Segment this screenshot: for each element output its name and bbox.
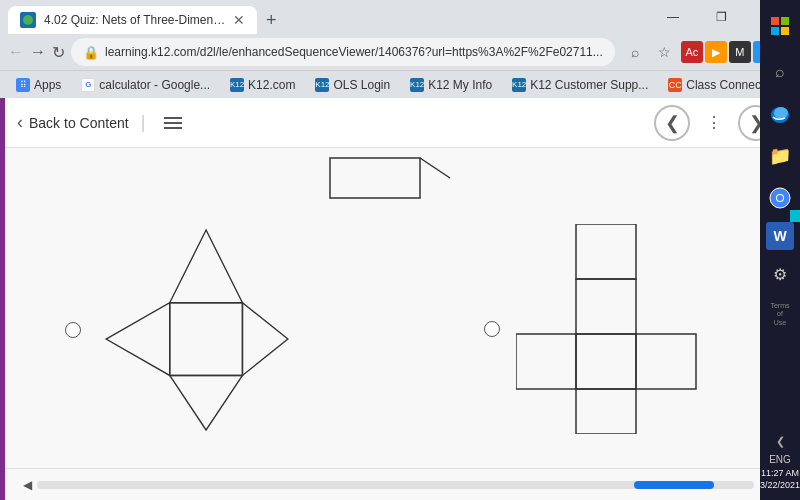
taskbar-edge-icon[interactable] bbox=[762, 96, 798, 132]
bookmark-star-icon[interactable]: ☆ bbox=[651, 38, 679, 66]
apps-favicon: ⠿ bbox=[16, 78, 30, 92]
classconn-label: Class Connect bbox=[686, 78, 764, 92]
main-area: ‹ Back to Content | ❮ ⋮ ❯ bbox=[5, 98, 786, 500]
acrobat-extension-icon[interactable]: Ac bbox=[681, 41, 703, 63]
back-arrow-icon: ‹ bbox=[17, 112, 23, 133]
ols-label: OLS Login bbox=[333, 78, 390, 92]
ext-icon-3[interactable]: M bbox=[729, 41, 751, 63]
hamburger-menu-button[interactable] bbox=[157, 107, 189, 139]
svg-line-5 bbox=[420, 158, 450, 178]
calculator-label: calculator - Google... bbox=[99, 78, 210, 92]
back-nav-button[interactable]: ← bbox=[8, 38, 24, 66]
page-content: ‹ Back to Content | ❮ ⋮ ❯ bbox=[0, 98, 800, 500]
svg-rect-20 bbox=[781, 27, 789, 35]
bookmark-classconnect[interactable]: CC Class Connect bbox=[660, 76, 772, 94]
taskbar-time: 11:27 AM 3/22/2021 bbox=[760, 467, 800, 492]
nav-divider: | bbox=[141, 112, 146, 133]
shape-svg-1 bbox=[97, 220, 297, 440]
svg-point-25 bbox=[777, 195, 783, 201]
svg-marker-7 bbox=[170, 230, 243, 303]
address-bar: ← → ↻ 🔒 learning.k12.com/d2l/le/enhanced… bbox=[0, 34, 800, 70]
new-tab-button[interactable]: + bbox=[257, 6, 285, 34]
horizontal-scrollbar[interactable] bbox=[37, 481, 754, 489]
prev-page-button[interactable]: ❮ bbox=[654, 105, 690, 141]
tab-favicon bbox=[20, 12, 36, 28]
svg-rect-19 bbox=[771, 27, 779, 35]
taskbar-file-icon[interactable]: 📁 bbox=[762, 138, 798, 174]
svg-point-0 bbox=[23, 15, 33, 25]
k12-favicon-3: K12 bbox=[410, 78, 424, 92]
page-more-options[interactable]: ⋮ bbox=[698, 107, 730, 139]
bookmark-myinfo[interactable]: K12 K12 My Info bbox=[402, 76, 500, 94]
terms-of-use-text: TermsofUse bbox=[770, 302, 789, 327]
svg-rect-17 bbox=[771, 17, 779, 25]
radio-option-1[interactable] bbox=[65, 322, 81, 338]
back-to-content-button[interactable]: ‹ Back to Content bbox=[17, 112, 129, 133]
search-icon[interactable]: ⌕ bbox=[621, 38, 649, 66]
taskbar-word-icon[interactable]: W bbox=[766, 222, 794, 250]
svg-rect-18 bbox=[781, 17, 789, 25]
google-favicon: G bbox=[81, 78, 95, 92]
reload-button[interactable]: ↻ bbox=[52, 38, 65, 66]
chevron-tray-icon[interactable]: ❮ bbox=[762, 432, 798, 452]
back-to-content-label: Back to Content bbox=[29, 115, 129, 131]
taskbar-lang-label: ENG bbox=[769, 454, 791, 465]
svg-rect-16 bbox=[576, 389, 636, 434]
horizontal-scrollbar-thumb[interactable] bbox=[634, 481, 714, 489]
notification-dot bbox=[790, 210, 800, 222]
scroll-left-button[interactable]: ◀ bbox=[17, 475, 37, 495]
maximize-button[interactable]: ❐ bbox=[698, 0, 744, 34]
svg-rect-11 bbox=[576, 224, 636, 279]
shape-option-1 bbox=[65, 220, 297, 440]
svg-rect-13 bbox=[516, 334, 576, 389]
time-text: 11:27 AM bbox=[760, 467, 800, 480]
radio-option-2[interactable] bbox=[484, 321, 500, 337]
shape-svg-2 bbox=[516, 224, 706, 434]
bookmark-customersupport[interactable]: K12 K12 Customer Supp... bbox=[504, 76, 656, 94]
address-input[interactable]: 🔒 learning.k12.com/d2l/le/enhancedSequen… bbox=[71, 38, 615, 66]
tab-bar: 4.02 Quiz: Nets of Three-Dimen… ✕ + bbox=[8, 0, 642, 34]
k12com-label: K12.com bbox=[248, 78, 295, 92]
top-partial-shape bbox=[300, 148, 460, 212]
bookmark-k12com[interactable]: K12 K12.com bbox=[222, 76, 303, 94]
taskbar-search-icon[interactable]: ⌕ bbox=[762, 54, 798, 90]
title-bar: 4.02 Quiz: Nets of Three-Dimen… ✕ + — ❐ … bbox=[0, 0, 800, 34]
browser-frame: 4.02 Quiz: Nets of Three-Dimen… ✕ + — ❐ … bbox=[0, 0, 800, 500]
content-nav-bar: ‹ Back to Content | ❮ ⋮ ❯ bbox=[5, 98, 786, 148]
svg-marker-9 bbox=[106, 303, 170, 376]
svg-marker-8 bbox=[170, 375, 243, 430]
windows-taskbar: ⌕ 📁 W ⚙ TermsofUse ❮ ENG 11:27 AM 3/22/2… bbox=[760, 0, 800, 500]
apps-label: Apps bbox=[34, 78, 61, 92]
svg-marker-10 bbox=[242, 303, 287, 376]
bookmark-ols[interactable]: K12 OLS Login bbox=[307, 76, 398, 94]
forward-nav-button[interactable]: → bbox=[30, 38, 46, 66]
windows-start-button[interactable] bbox=[762, 8, 798, 44]
k12-favicon-2: K12 bbox=[315, 78, 329, 92]
svg-rect-14 bbox=[576, 334, 636, 389]
svg-rect-15 bbox=[636, 334, 696, 389]
active-tab[interactable]: 4.02 Quiz: Nets of Three-Dimen… ✕ bbox=[8, 6, 257, 34]
url-text: learning.k12.com/d2l/le/enhancedSequence… bbox=[105, 45, 603, 59]
minimize-button[interactable]: — bbox=[650, 0, 696, 34]
hamburger-icon bbox=[164, 116, 182, 130]
svg-point-22 bbox=[774, 107, 788, 119]
ext-icon-2[interactable]: ▶ bbox=[705, 41, 727, 63]
myinfo-label: K12 My Info bbox=[428, 78, 492, 92]
custsupport-label: K12 Customer Supp... bbox=[530, 78, 648, 92]
svg-rect-12 bbox=[576, 279, 636, 334]
tab-title: 4.02 Quiz: Nets of Three-Dimen… bbox=[44, 13, 225, 27]
quiz-content-area bbox=[5, 148, 786, 468]
bottom-bar: ◀ ▶ bbox=[5, 468, 786, 500]
taskbar-system-tray: ❮ ENG 11:27 AM 3/22/2021 bbox=[760, 432, 800, 492]
tab-close-button[interactable]: ✕ bbox=[233, 12, 245, 28]
k12-favicon-4: K12 bbox=[512, 78, 526, 92]
bookmark-calculator[interactable]: G calculator - Google... bbox=[73, 76, 218, 94]
taskbar-settings-icon[interactable]: ⚙ bbox=[762, 256, 798, 292]
classconn-favicon: CC bbox=[668, 78, 682, 92]
svg-rect-4 bbox=[330, 158, 420, 198]
k12-favicon-1: K12 bbox=[230, 78, 244, 92]
date-text: 3/22/2021 bbox=[760, 479, 800, 492]
bookmarks-bar: ⠿ Apps G calculator - Google... K12 K12.… bbox=[0, 70, 800, 98]
bookmark-apps[interactable]: ⠿ Apps bbox=[8, 76, 69, 94]
svg-rect-6 bbox=[170, 303, 243, 376]
